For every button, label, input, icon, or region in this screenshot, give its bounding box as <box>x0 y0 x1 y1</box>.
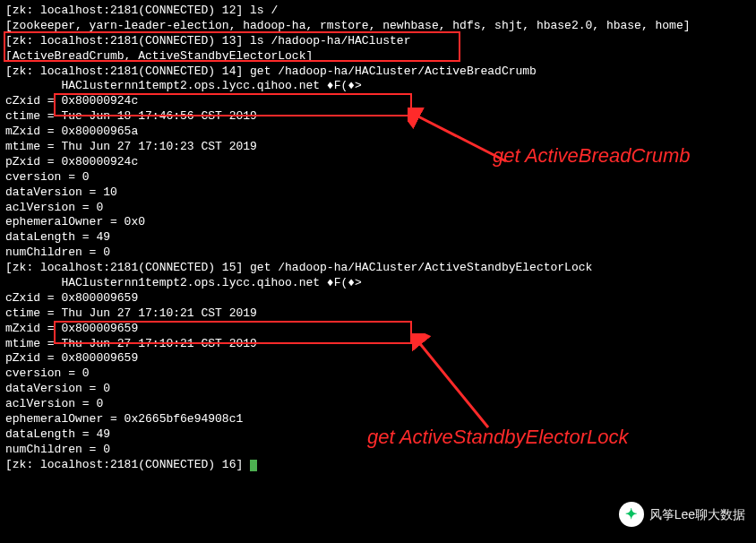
terminal-line: HAClusternn1tempt2.ops.lycc.qihoo.net ♦F… <box>5 79 751 94</box>
terminal-line: ephemeralOwner = 0x0 <box>5 215 751 230</box>
terminal-line: mtime = Thu Jun 27 17:10:21 CST 2019 <box>5 337 751 352</box>
wechat-icon: ✦ <box>619 502 644 527</box>
terminal-line: dataVersion = 10 <box>5 185 751 201</box>
terminal-line: HAClusternn1tempt2.ops.lycc.qihoo.net ♦F… <box>5 276 751 291</box>
watermark-text: 风筝Lee聊大数据 <box>649 506 745 522</box>
terminal-line: pZxid = 0x800009659 <box>5 351 751 366</box>
terminal-line: mZxid = 0x800009659 <box>5 322 751 337</box>
terminal-line: ctime = Thu Jun 27 17:10:21 CST 2019 <box>5 306 751 322</box>
terminal-line: mZxid = 0x80000965a <box>5 125 751 140</box>
terminal-line: dataLength = 49 <box>5 230 751 246</box>
annotation-2: get ActiveStandbyElectorLock <box>367 425 628 451</box>
watermark: ✦ 风筝Lee聊大数据 <box>619 502 745 527</box>
terminal-line: aclVersion = 0 <box>5 397 751 412</box>
terminal-line: [zk: localhost:2181(CONNECTED) 12] ls / <box>5 4 751 19</box>
terminal-line: cversion = 0 <box>5 366 751 382</box>
terminal-line: ctime = Tue Jun 18 17:46:56 CST 2019 <box>5 109 751 125</box>
terminal-line: [zk: localhost:2181(CONNECTED) 15] get /… <box>5 261 751 276</box>
terminal-line: cZxid = 0x800009659 <box>5 291 751 306</box>
terminal-line: cversion = 0 <box>5 170 751 185</box>
terminal-output: [zk: localhost:2181(CONNECTED) 12] ls /[… <box>5 4 751 473</box>
terminal-line: aclVersion = 0 <box>5 201 751 216</box>
terminal-line: cZxid = 0x80000924c <box>5 94 751 109</box>
terminal-line: numChildren = 0 <box>5 246 751 261</box>
terminal-line: [zookeeper, yarn-leader-election, hadoop… <box>5 19 751 34</box>
terminal-line: dataVersion = 0 <box>5 382 751 397</box>
terminal-line: [zk: localhost:2181(CONNECTED) 14] get /… <box>5 65 751 80</box>
annotation-1: get ActiveBreadCrumb <box>493 143 691 169</box>
terminal-line: [zk: localhost:2181(CONNECTED) 16] <box>5 458 751 473</box>
terminal-line: [zk: localhost:2181(CONNECTED) 13] ls /h… <box>5 34 751 49</box>
terminal-line: [ActiveBreadCrumb, ActiveStandbyElectorL… <box>5 49 751 65</box>
cursor-icon <box>250 460 257 471</box>
